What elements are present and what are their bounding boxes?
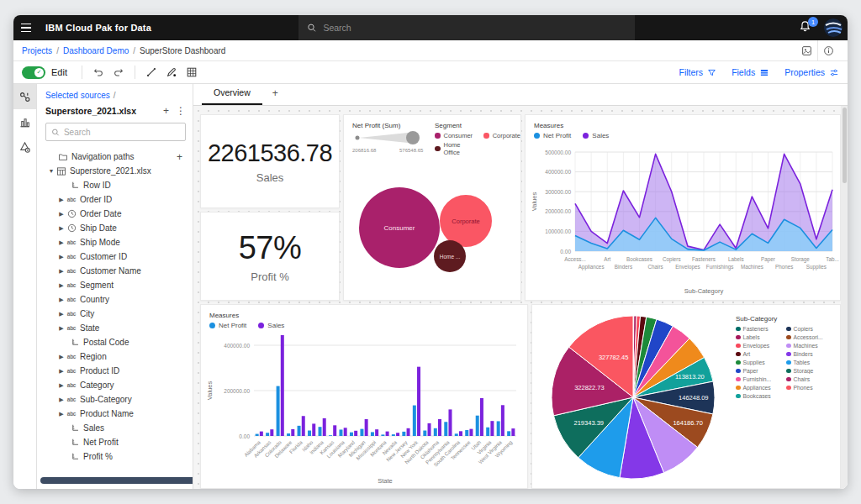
legend-item[interactable]: Net Profit [534,132,571,139]
expand-caret-icon[interactable]: ▶ [57,268,66,275]
field-row[interactable]: ▶abcCustomer ID [45,249,186,264]
legend-item[interactable]: Accessori... [786,334,835,340]
expand-caret-icon[interactable]: ▶ [57,225,66,232]
canvas-scrollbar[interactable] [841,106,848,489]
field-row[interactable]: Row ID [45,178,186,192]
pen-tool-button[interactable] [161,63,182,81]
kpi-card-sales[interactable]: 2261536.78 Sales [200,114,340,208]
breadcrumb-dashboard-demo[interactable]: Dashboard Demo [63,46,129,55]
redo-button[interactable] [108,63,129,81]
collapse-caret-icon[interactable]: ▼ [47,168,55,174]
field-row[interactable]: ▶abcCountry [45,292,186,307]
legend-item[interactable]: Envelopes [736,343,784,349]
expand-caret-icon[interactable]: ▶ [57,396,66,403]
field-row[interactable]: ▶abcOrder ID [45,192,186,207]
field-row[interactable]: ▶abcCity [45,307,186,321]
tab-overview[interactable]: Overview [202,87,262,105]
expand-caret-icon[interactable]: ▶ [57,254,66,260]
field-row[interactable]: Sales [45,421,186,435]
hamburger-menu-icon[interactable] [13,15,39,40]
legend-item[interactable]: Art [736,351,784,357]
legend-item[interactable]: Paper [736,368,784,374]
field-row[interactable]: ▶Order Date [45,207,186,221]
expand-caret-icon[interactable]: ▶ [57,297,66,303]
add-navigation-path-button[interactable]: + [177,151,186,163]
field-row[interactable]: ▶abcSegment [45,278,186,292]
expand-caret-icon[interactable]: ▶ [57,239,66,246]
info-button[interactable] [817,40,839,60]
fields-button[interactable]: Fields [732,67,769,77]
expand-caret-icon[interactable]: ▶ [57,211,66,218]
grid-tool-button[interactable] [182,63,202,81]
field-row[interactable]: ▶Ship Date [45,221,186,235]
panel-scrollbar[interactable] [40,477,193,484]
notifications-button[interactable]: 1 [799,20,814,35]
expand-caret-icon[interactable]: ▶ [57,325,66,332]
legend-item[interactable]: Phones [786,385,835,391]
expand-caret-icon[interactable]: ▶ [57,197,66,203]
field-row[interactable]: Net Profit [45,435,186,449]
source-overflow-menu[interactable]: ⋮ [176,106,186,116]
preview-image-button[interactable] [795,40,817,60]
avatar[interactable] [824,18,843,37]
global-search[interactable] [298,15,635,40]
legend-item[interactable]: Binders [786,351,835,357]
legend-item[interactable]: Corporate [483,132,520,139]
field-row[interactable]: ▶abcProduct ID [45,364,186,378]
table-row[interactable]: ▼ Superstore_2021.xlsx [45,164,186,178]
field-search[interactable] [45,123,186,141]
filters-button[interactable]: Filters [679,67,717,77]
bubble-chart-card[interactable]: Net Profit (Sum) 206816.68576548.65 Segm… [343,114,521,301]
add-tab-button[interactable]: + [262,87,288,105]
legend-item[interactable]: Appliances [736,385,784,391]
legend-item[interactable]: Home Office [435,141,473,156]
legend-item[interactable]: Labels [736,334,784,340]
field-row[interactable]: ▶abcCategory [45,378,186,392]
add-source-button[interactable]: + [163,106,169,116]
legend-item[interactable]: Supplies [736,360,784,365]
bar-chart-card[interactable]: Measures Net ProfitSales 0.00200000.0040… [200,304,528,489]
breadcrumb-projects[interactable]: Projects [22,46,52,55]
rail-visualizations-tab[interactable] [13,109,36,134]
properties-button[interactable]: Properties [784,67,839,77]
connector-tool-button[interactable] [141,63,161,81]
field-row[interactable]: ▶abcShip Mode [45,235,186,249]
global-search-input[interactable] [323,23,626,33]
legend-item[interactable]: Machines [786,343,835,349]
navigation-paths-row[interactable]: Navigation paths + [45,150,186,164]
field-row[interactable]: ▶abcCustomer Name [45,264,186,278]
legend-item[interactable]: Consumer [435,132,473,139]
expand-caret-icon[interactable]: ▶ [57,354,66,360]
pie-chart-card[interactable]: 113813.20146248.09164186.70219343.393228… [531,304,841,489]
dashboard-canvas[interactable]: 2261536.78 Sales 57% Profit % Net Profit… [193,106,848,489]
legend-item[interactable]: Tables [786,360,835,365]
field-row[interactable]: ▶abcRegion [45,349,186,364]
edit-toggle[interactable]: ✓ [22,66,45,79]
legend-item[interactable]: Storage [786,368,835,374]
field-search-input[interactable] [64,128,180,137]
legend-item[interactable]: Sales [583,132,609,139]
field-row[interactable]: ▶abcProduct Name [45,407,186,421]
field-row[interactable]: ▶abcSub-Category [45,392,186,407]
field-row[interactable]: Profit % [45,449,186,464]
expand-caret-icon[interactable]: ▶ [57,311,66,318]
expand-caret-icon[interactable]: ▶ [57,282,66,289]
rail-widgets-tab[interactable] [13,134,36,160]
kpi-card-profit[interactable]: 57% Profit % [200,212,340,301]
expand-caret-icon[interactable]: ▶ [57,411,66,417]
field-row[interactable]: Postal Code [45,335,186,349]
area-chart-card[interactable]: Measures Net ProfitSales 0.00100000.0020… [525,114,841,301]
expand-caret-icon[interactable]: ▶ [57,382,66,389]
rail-sources-tab[interactable] [13,84,36,109]
legend-item[interactable]: Sales [258,322,284,329]
expand-caret-icon[interactable]: ▶ [57,368,66,375]
legend-item[interactable]: Net Profit [209,322,246,329]
undo-button[interactable] [88,63,108,81]
legend-item[interactable]: Chairs [786,376,835,382]
legend-item[interactable]: Bookcases [736,393,784,399]
field-row[interactable]: ▶abcState [45,321,186,335]
legend-item[interactable]: Fasteners [736,326,784,332]
legend-item[interactable]: Furnishin... [736,376,784,382]
legend-item[interactable]: Copiers [786,326,835,332]
selected-sources-link[interactable]: Selected sources/ [45,91,186,100]
